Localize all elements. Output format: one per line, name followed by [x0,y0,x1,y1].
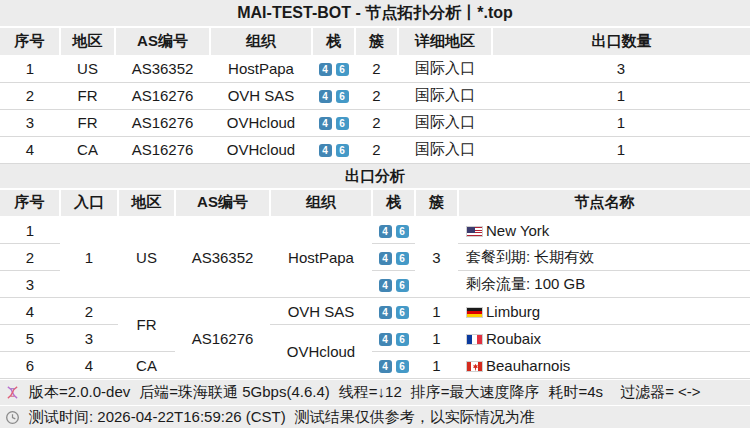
exit-header-row: 序号 入口 地区 AS编号 组织 栈 簇 节点名称 [0,190,750,217]
us-flag-icon [466,226,483,237]
column-header-detail-region: 详细地区 [398,28,492,55]
ipv6-badge: 6 [336,144,349,157]
cell-cluster: 1 [415,352,458,379]
table-row: 3 FR AS16276 OVHcloud 46 2 国际入口 1 [0,109,750,136]
version-label: 版本=2.0.0-dev [29,383,130,402]
cell-index: 4 [0,298,60,325]
threads-label: 线程=↓12 [339,383,402,402]
column-header-org: 组织 [210,28,312,55]
cell-entry: 4 [60,352,118,379]
column-header-index: 序号 [0,190,60,217]
cell-asn: AS16276 [175,298,270,379]
ipv6-badge: 6 [396,279,409,292]
ipv6-badge: 6 [396,225,409,238]
table-row: 6 4 CA 46 1 Beauharnois [0,352,750,379]
table-row: 5 3 OVHcloud 46 1 Roubaix [0,325,750,352]
cell-index: 1 [0,55,60,82]
column-header-stack: 栈 [312,28,355,55]
cell-node-name: New York [458,217,750,244]
cell-entry: 1 [60,217,118,298]
cell-exit-count: 1 [492,136,750,163]
ipv6-badge: 6 [336,63,349,76]
cell-asn: AS36352 [175,217,270,298]
cell-index: 2 [0,82,60,109]
cell-index: 5 [0,325,60,352]
cell-index: 3 [0,271,60,298]
cell-node-name: Beauharnois [458,352,750,379]
dna-icon [5,385,20,400]
ipv4-badge: 4 [379,360,392,373]
table-row: 1 1 US AS36352 HostPapa 46 3 New York [0,217,750,244]
cell-cluster: 2 [355,136,398,163]
cell-stack: 46 [372,244,415,271]
cell-asn: AS16276 [115,82,210,109]
cell-detail-region: 国际入口 [398,55,492,82]
ipv4-badge: 4 [379,279,392,292]
cell-node-name: 套餐到期: 长期有效 [458,244,750,271]
cell-asn: AS16276 [115,136,210,163]
cell-exit-count: 1 [492,109,750,136]
cell-asn: AS36352 [115,55,210,82]
page-title: MAI-TEST-BOT - 节点拓扑分析丨*.top [0,0,750,28]
cell-node-name: Limburg [458,298,750,325]
fr-flag-icon [466,334,483,345]
cell-index: 4 [0,136,60,163]
disclaimer-label: 测试结果仅供参考，以实际情况为准 [295,408,535,427]
node-label: 剩余流量: 100 GB [466,275,585,292]
cell-region: US [118,217,175,298]
cell-index: 6 [0,352,60,379]
column-header-stack: 栈 [372,190,415,217]
cell-region: FR [60,82,115,109]
cell-org: OVHcloud [210,136,312,163]
column-header-exit-count: 出口数量 [492,28,750,55]
cell-index: 1 [0,217,60,244]
ipv6-badge: 6 [396,252,409,265]
cell-cluster: 2 [355,55,398,82]
column-header-node-name: 节点名称 [458,190,750,217]
node-label: 套餐到期: 长期有效 [466,248,594,265]
test-time-label: 测试时间: 2026-04-22T16:59:26 (CST) [29,408,286,427]
cell-cluster: 2 [355,82,398,109]
status-footer: 版本=2.0.0-dev 后端=珠海联通 5Gbps(4.6.4) 线程=↓12… [0,379,750,428]
ipv4-badge: 4 [319,117,332,130]
column-header-index: 序号 [0,28,60,55]
clock-icon [5,410,20,425]
column-header-asn: AS编号 [115,28,210,55]
column-header-cluster: 簇 [355,28,398,55]
ipv4-badge: 4 [379,306,392,319]
cell-org: OVH SAS [210,82,312,109]
node-label: Roubaix [486,330,541,347]
de-flag-icon [466,307,483,318]
cell-index: 2 [0,244,60,271]
cell-exit-count: 3 [492,55,750,82]
cell-stack: 46 [372,352,415,379]
cell-region: CA [60,136,115,163]
ipv6-badge: 6 [396,333,409,346]
cell-cluster: 1 [415,325,458,352]
exit-analysis-table: 序号 入口 地区 AS编号 组织 栈 簇 节点名称 1 1 US AS36352… [0,190,750,380]
cell-index: 3 [0,109,60,136]
cell-asn: AS16276 [115,109,210,136]
ipv4-badge: 4 [379,333,392,346]
cell-org: OVH SAS [270,298,372,325]
cell-stack: 46 [372,271,415,298]
node-label: Beauharnois [486,357,570,374]
cell-stack: 46 [312,82,355,109]
cell-cluster: 1 [415,298,458,325]
column-header-cluster: 簇 [415,190,458,217]
cell-detail-region: 国际入口 [398,109,492,136]
cell-exit-count: 1 [492,82,750,109]
ipv4-badge: 4 [319,144,332,157]
ipv4-badge: 4 [319,63,332,76]
cell-cluster: 2 [355,109,398,136]
table-row: 4 CA AS16276 OVHcloud 46 2 国际入口 1 [0,136,750,163]
column-header-region: 地区 [118,190,175,217]
column-header-entry: 入口 [60,190,118,217]
cell-region: US [60,55,115,82]
sort-label: 排序=最大速度降序 [411,383,540,402]
column-header-org: 组织 [270,190,372,217]
filter-label: 过滤器= <-> [620,383,700,402]
cell-region: FR [60,109,115,136]
cell-stack: 46 [312,55,355,82]
ipv4-badge: 4 [379,225,392,238]
